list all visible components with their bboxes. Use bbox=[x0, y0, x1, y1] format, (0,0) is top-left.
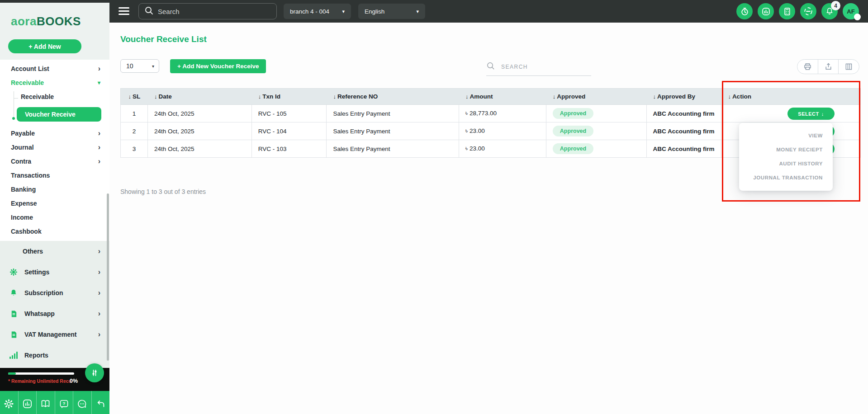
sidebar-item-vat-management[interactable]: VAT Management› bbox=[0, 324, 109, 345]
sidebar-item-whatsapp[interactable]: Whatsapp› bbox=[0, 303, 109, 324]
chevron-right-icon: › bbox=[98, 330, 100, 339]
page-size-select[interactable]: 10 ▾ bbox=[120, 59, 159, 73]
sidebar-item-transactions[interactable]: Transactions bbox=[0, 168, 109, 182]
chevron-down-icon: ▾ bbox=[342, 9, 345, 14]
sidebar-item-journal[interactable]: Journal› bbox=[0, 140, 109, 154]
sidebar-item-banking[interactable]: Banking bbox=[0, 182, 109, 196]
upload-icon bbox=[824, 62, 833, 71]
table-search-input[interactable] bbox=[501, 64, 583, 70]
book-icon bbox=[40, 399, 51, 409]
sidebar-item-subscription[interactable]: Subscription› bbox=[0, 282, 109, 303]
time-tracker-button[interactable] bbox=[736, 3, 753, 19]
docs-button[interactable] bbox=[37, 391, 55, 414]
sidebar-item-voucher-receive-active[interactable]: Voucher Receive bbox=[17, 107, 101, 122]
analytics-button[interactable] bbox=[758, 3, 774, 19]
print-button[interactable] bbox=[797, 60, 818, 74]
undo-button[interactable] bbox=[92, 391, 110, 414]
cell-date: 24th Oct, 2025 bbox=[148, 122, 252, 140]
chevron-right-icon: › bbox=[98, 65, 100, 73]
preferences-fab-button[interactable] bbox=[85, 363, 104, 382]
bell-icon bbox=[9, 288, 18, 297]
usage-bar: * Remaining Unlimited Reco 0% bbox=[0, 368, 109, 391]
cell-sl: 2 bbox=[121, 122, 148, 140]
chevron-down-icon: ▾ bbox=[98, 80, 100, 86]
header-amount[interactable]: ↓Amount bbox=[459, 89, 546, 104]
cell-approved-by: ABC Accounting firm bbox=[647, 105, 722, 122]
sort-icon: ↓ bbox=[258, 93, 261, 100]
sidebar-item-others[interactable]: Others› bbox=[0, 241, 109, 262]
sort-icon: ↓ bbox=[154, 93, 157, 100]
sidebar-item-expense[interactable]: Expense bbox=[0, 196, 109, 210]
secondary-menu: Others› Settings› Subscription› Whatsapp… bbox=[0, 241, 109, 366]
cell-date: 24th Oct, 2025 bbox=[148, 140, 252, 157]
header-sl[interactable]: ↓SL bbox=[121, 89, 148, 104]
primary-menu: Account List› Receivable▾ Receivable Vou… bbox=[0, 60, 109, 241]
chevron-down-icon: ▾ bbox=[152, 64, 154, 69]
header-approved-by[interactable]: ↓Approved By bbox=[647, 89, 722, 104]
sidebar-item-cashbook[interactable]: Cashbook bbox=[0, 224, 109, 238]
menu-item-audit-history[interactable]: AUDIT HISTORY bbox=[739, 156, 833, 170]
menu-item-money-receipt[interactable]: MONEY RECIEPT bbox=[739, 142, 833, 156]
help-button[interactable]: ? bbox=[55, 391, 74, 414]
add-new-voucher-receive-button[interactable]: + Add New Voucher Receive bbox=[170, 59, 266, 73]
notifications-button[interactable]: 4 bbox=[821, 3, 838, 19]
menu-item-view[interactable]: VIEW bbox=[739, 128, 833, 142]
sort-icon: ↓ bbox=[653, 93, 656, 100]
sidebar-item-payable[interactable]: Payable› bbox=[0, 126, 109, 140]
sidebar-item-receivable-sub[interactable]: Receivable bbox=[0, 89, 109, 104]
cell-txn-id: RVC - 105 bbox=[252, 105, 327, 122]
calculator-button[interactable] bbox=[779, 3, 795, 19]
menu-toggle-icon[interactable] bbox=[119, 7, 129, 15]
header-action[interactable]: ↓Action bbox=[721, 89, 860, 104]
gear-icon bbox=[4, 399, 14, 409]
sort-icon: ↓ bbox=[553, 93, 556, 100]
sidebar-item-reports[interactable]: Reports bbox=[0, 345, 109, 366]
tree-line bbox=[14, 91, 14, 118]
select-action-button[interactable]: SELECT↓ bbox=[787, 108, 835, 120]
cell-approved: Approved bbox=[546, 140, 647, 157]
scan-button[interactable] bbox=[800, 3, 816, 19]
bar-chart-icon bbox=[9, 352, 18, 359]
online-status-dot bbox=[854, 14, 861, 20]
sort-icon: ↓ bbox=[128, 93, 132, 100]
sidebar-item-income[interactable]: Income bbox=[0, 210, 109, 224]
menu-item-journal-transaction[interactable]: JOURNAL TRANSACTION bbox=[739, 170, 833, 184]
sidebar-item-contra[interactable]: Contra› bbox=[0, 154, 109, 168]
branch-selector[interactable]: branch 4 - 004 ▾ bbox=[284, 4, 351, 19]
main-content: Voucher Receive List 10 ▾ + Add New Vouc… bbox=[109, 23, 868, 414]
language-selector[interactable]: English ▾ bbox=[358, 4, 425, 19]
header-reference-no[interactable]: ↓Reference NO bbox=[327, 89, 459, 104]
status-badge: Approved bbox=[553, 143, 593, 154]
app-logo[interactable]: aoraBOOKS bbox=[0, 3, 109, 28]
chevron-right-icon: › bbox=[98, 268, 100, 276]
sidebar-scrollbar[interactable] bbox=[107, 193, 109, 361]
usage-progress-track bbox=[8, 372, 74, 375]
gear-icon bbox=[9, 268, 18, 277]
chat-button[interactable] bbox=[73, 391, 92, 414]
topbar: branch 4 - 004 ▾ English ▾ 4 AF bbox=[0, 0, 868, 23]
avatar[interactable]: AF bbox=[843, 3, 859, 19]
usage-percent: 0% bbox=[70, 378, 78, 384]
notification-badge: 4 bbox=[831, 1, 840, 10]
global-search[interactable] bbox=[138, 3, 277, 19]
header-approved[interactable]: ↓Approved bbox=[546, 89, 647, 104]
printer-icon bbox=[803, 62, 812, 71]
analytics-button[interactable] bbox=[19, 391, 37, 414]
add-new-button[interactable]: + Add New bbox=[8, 39, 81, 53]
export-button[interactable] bbox=[818, 60, 839, 74]
sidebar-item-receivable[interactable]: Receivable▾ bbox=[0, 75, 109, 89]
question-icon: ? bbox=[59, 399, 69, 409]
sidebar-item-account-list[interactable]: Account List› bbox=[0, 61, 109, 75]
settings-button[interactable] bbox=[0, 391, 19, 414]
table-tools bbox=[797, 59, 859, 74]
sort-icon: ↓ bbox=[333, 93, 336, 100]
table-search[interactable] bbox=[486, 61, 591, 76]
sidebar-item-settings[interactable]: Settings› bbox=[0, 262, 109, 282]
header-txn-id[interactable]: ↓Txn Id bbox=[252, 89, 327, 104]
columns-button[interactable] bbox=[839, 60, 859, 74]
usage-progress-fill bbox=[8, 372, 16, 375]
usage-label: * Remaining Unlimited Reco bbox=[8, 378, 71, 384]
undo-icon bbox=[95, 399, 106, 409]
global-search-input[interactable] bbox=[158, 8, 262, 15]
header-date[interactable]: ↓Date bbox=[148, 89, 252, 104]
